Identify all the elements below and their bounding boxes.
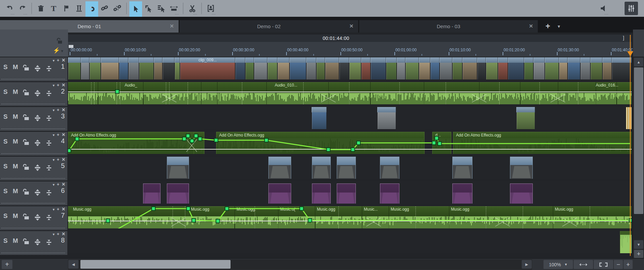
zoom-in-button[interactable]: + — [624, 260, 633, 269]
video-clip[interactable] — [508, 57, 524, 79]
mixer-button[interactable] — [625, 2, 638, 15]
lock-track-icon[interactable] — [22, 164, 29, 171]
video-clip[interactable] — [128, 57, 139, 79]
snap-magnet-button[interactable] — [85, 1, 98, 17]
video-clip[interactable] — [81, 57, 89, 79]
track-delete-button[interactable]: ✕ — [62, 83, 65, 88]
playhead-line[interactable] — [630, 35, 631, 256]
redo-button[interactable]: ··· — [16, 1, 29, 15]
video-clip[interactable] — [419, 57, 430, 79]
collapse-track-icon[interactable] — [45, 90, 53, 98]
delete-button[interactable] — [35, 1, 47, 15]
track-lane-8[interactable] — [68, 231, 632, 253]
video-clip[interactable] — [163, 57, 175, 79]
track-lane-2[interactable]: Audio_Audio_010...Audio_016... — [68, 82, 632, 104]
video-clip[interactable] — [254, 57, 267, 79]
solo-button[interactable]: S — [3, 212, 8, 220]
lock-track-icon[interactable] — [22, 90, 29, 97]
video-clip[interactable] — [361, 57, 371, 79]
expand-track-icon[interactable] — [34, 238, 42, 247]
mute-button[interactable]: M — [13, 187, 18, 195]
vscroll-up-button[interactable]: ▲ — [634, 58, 643, 66]
track-curve-dropdown[interactable]: ▾ — [53, 59, 54, 62]
track-curve-dropdown[interactable]: ▾ — [53, 84, 54, 87]
video-clip[interactable] — [349, 57, 361, 79]
video-clip[interactable] — [119, 57, 128, 79]
lock-track-icon[interactable] — [22, 114, 29, 122]
title-clip[interactable] — [380, 157, 399, 179]
video-clip[interactable] — [306, 57, 316, 79]
collapse-track-icon[interactable] — [45, 238, 53, 247]
expand-track-icon[interactable] — [34, 139, 42, 148]
video-clip[interactable] — [371, 57, 386, 79]
audio-clip[interactable]: Add On Atmo Effects.ogg — [453, 132, 632, 154]
video-clip[interactable] — [139, 57, 154, 79]
track-lane-1[interactable]: clip_009... — [68, 57, 632, 79]
marker-flag-button[interactable] — [60, 1, 73, 15]
track-add-button[interactable]: + — [57, 231, 60, 236]
mute-button[interactable]: M — [13, 138, 18, 145]
hscroll-track[interactable]: ◀ ▶ — [68, 259, 532, 270]
tab-close-icon[interactable]: ✕ — [170, 23, 174, 29]
mouse-arrow-button[interactable] — [129, 1, 142, 17]
range-end-marker[interactable]: ] — [623, 35, 624, 41]
video-clip[interactable] — [462, 57, 477, 79]
track-curve-dropdown[interactable]: ▾ — [53, 208, 54, 211]
lock-track-icon[interactable] — [22, 214, 29, 221]
track-curve-dropdown[interactable]: ▾ — [53, 183, 54, 186]
video-clip[interactable] — [590, 57, 602, 79]
video-clip[interactable] — [612, 57, 632, 79]
audio-clip[interactable]: Add On Atmo Effects.ogg — [216, 132, 425, 154]
hscroll-right-button[interactable]: ▶ — [522, 260, 532, 269]
keyframe-flash-icon[interactable]: ⚡ — [53, 47, 60, 54]
solo-button[interactable]: S — [3, 237, 8, 245]
track-add-button[interactable]: + — [57, 132, 60, 137]
expand-track-icon[interactable] — [34, 189, 42, 198]
video-clip[interactable] — [568, 57, 580, 79]
stretch-tool-button[interactable]: ··· — [168, 1, 180, 15]
insert-object-button[interactable]: ··· — [204, 1, 217, 15]
track-lane-7[interactable]: Music.oggMusic.oggMusic.ogg:Music.o(Musi… — [68, 206, 632, 228]
video-clip[interactable] — [580, 57, 590, 79]
video-clip[interactable] — [498, 57, 508, 79]
track-add-button[interactable]: + — [57, 107, 60, 112]
undo-button[interactable]: ··· — [3, 1, 16, 15]
video-clip[interactable] — [68, 57, 81, 79]
track-curve-dropdown[interactable]: ▾ — [53, 158, 54, 162]
video-clip[interactable] — [277, 57, 289, 79]
video-clip[interactable] — [516, 107, 535, 129]
track-delete-button[interactable]: ✕ — [62, 207, 65, 212]
video-clip[interactable] — [405, 57, 419, 79]
tab-close-icon[interactable]: ✕ — [349, 23, 353, 29]
video-clip[interactable] — [235, 57, 245, 79]
effect-clip[interactable] — [452, 183, 472, 204]
solo-button[interactable]: S — [3, 138, 8, 145]
video-clip[interactable] — [289, 57, 306, 79]
collapse-track-icon[interactable] — [45, 65, 53, 73]
video-clip[interactable] — [486, 57, 498, 79]
playhead-marker[interactable] — [627, 51, 633, 56]
collapse-track-icon[interactable] — [45, 189, 53, 198]
range-select-button[interactable] — [155, 1, 168, 15]
volume-line[interactable] — [68, 221, 632, 221]
mute-button[interactable]: M — [13, 237, 18, 245]
project-tab[interactable]: Demo - 03✕ — [359, 20, 538, 33]
video-clip[interactable] — [312, 107, 327, 129]
track-add-button[interactable]: + — [57, 182, 60, 187]
mute-button[interactable]: M — [13, 163, 18, 170]
zoom-out-button[interactable]: − — [614, 260, 623, 269]
track-delete-button[interactable]: ✕ — [62, 132, 65, 137]
video-clip[interactable] — [377, 107, 396, 129]
video-clip[interactable] — [440, 57, 452, 79]
title-clip[interactable] — [452, 157, 472, 179]
vscroll-thumb[interactable] — [634, 67, 643, 214]
track-curve-dropdown[interactable]: ▾ — [53, 108, 54, 112]
hscroll-left-button[interactable]: ◀ — [68, 260, 78, 269]
mute-button[interactable]: M — [13, 63, 18, 71]
lock-icon[interactable] — [56, 38, 63, 44]
title-clip[interactable] — [510, 157, 533, 179]
effect-clip[interactable] — [268, 183, 291, 204]
timeline-ruler[interactable]: 00:00:00:0000:00:10:0000:00:20:0000:00:3… — [68, 42, 632, 57]
effect-clip[interactable] — [167, 183, 189, 204]
project-tab[interactable]: Demo - 02✕ — [180, 20, 358, 33]
